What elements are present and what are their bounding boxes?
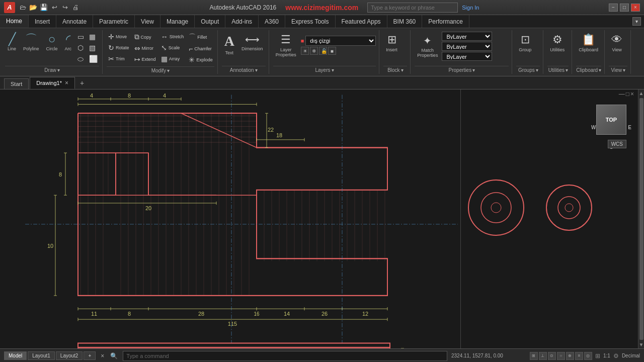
utilities-button[interactable]: ⚙ Utilities — [547, 32, 567, 54]
gradient-button[interactable]: ▧ — [88, 43, 99, 53]
layer-lock-button[interactable]: 🔓 — [319, 47, 327, 55]
tab-manage[interactable]: Manage — [160, 15, 195, 28]
open-button[interactable]: 📂 — [29, 3, 38, 12]
new-file-button[interactable]: 🗁 — [18, 3, 27, 12]
layer-freeze-button[interactable]: ❄ — [310, 47, 318, 55]
hatch-button[interactable]: ▦ — [88, 32, 99, 42]
insert-button[interactable]: ⊞ Insert — [383, 32, 400, 54]
line-button[interactable]: ╱ Line — [5, 32, 19, 53]
snap-osnap-icon[interactable]: ○ — [557, 352, 565, 360]
drawing-canvas[interactable]: 4 8 4 8 10 22 18 20 11 8 28 16 14 26 12 … — [0, 89, 460, 348]
tab-output[interactable]: Output — [195, 15, 225, 28]
tab-express[interactable]: Express Tools — [285, 15, 335, 28]
workspace-switch-icon[interactable]: ⚙ — [613, 352, 619, 359]
minimize-button[interactable]: − — [609, 4, 618, 12]
layer-dropdown[interactable]: dış çizgi — [305, 36, 376, 46]
signin-label[interactable]: Sign In — [462, 5, 479, 11]
draw-group-label[interactable]: Draw ▾ — [5, 66, 99, 74]
tab-featured[interactable]: Featured Apps — [336, 15, 387, 28]
stretch-button[interactable]: ↔Stretch — [159, 32, 186, 42]
layout2-tab[interactable]: Layout2 — [56, 351, 83, 360]
layers-group-label[interactable]: Layers ▾ — [273, 66, 376, 74]
circle-button[interactable]: ○ Circle — [44, 32, 60, 53]
ellipse-button[interactable]: ⬭ — [76, 54, 86, 64]
layer-on-off-button[interactable]: ☀ — [301, 47, 309, 55]
group-button[interactable]: ⊡ Group — [516, 32, 534, 54]
match-properties-button[interactable]: ✦ MatchProperties — [415, 33, 440, 59]
snap-polar-icon[interactable]: ⊙ — [548, 352, 556, 360]
explode-button[interactable]: ✳Explode — [187, 55, 214, 65]
panel-restore-button[interactable]: □ — [626, 90, 629, 98]
command-input[interactable]: Type a command — [123, 351, 447, 361]
snap-transparency-icon[interactable]: ◎ — [584, 352, 592, 360]
tab-annotate[interactable]: Annotate — [56, 15, 93, 28]
arc-button[interactable]: ◜ Arc — [62, 32, 74, 53]
layer-color-button[interactable]: ■ — [328, 47, 336, 55]
model-tab[interactable]: Model — [4, 351, 27, 360]
array-button[interactable]: ▦Array — [159, 54, 186, 64]
scroll-up-arrow[interactable]: ▲ — [638, 89, 644, 97]
tab-parametric[interactable]: Parametric — [93, 15, 135, 28]
copy-button[interactable]: ⧉Copy — [133, 32, 157, 42]
snap-grid-icon[interactable]: ⊞ — [530, 352, 538, 360]
layer-properties-button[interactable]: ☰ LayerProperties — [273, 32, 299, 59]
rotate-button[interactable]: ↻Rotate — [107, 43, 131, 53]
rectangle-button[interactable]: ▭ — [76, 32, 86, 42]
tab-a360[interactable]: A360 — [259, 15, 285, 28]
properties-group-label[interactable]: Properties ▾ — [415, 66, 509, 74]
new-tab-button[interactable]: + — [76, 77, 88, 89]
panel-close-button[interactable]: × — [630, 90, 634, 98]
viewcube[interactable]: N S E W TOP — [591, 97, 631, 137]
tab-insert[interactable]: Insert — [29, 15, 56, 28]
print-button[interactable]: 🖨 — [71, 3, 80, 12]
groups-group-label[interactable]: Groups ▾ — [516, 66, 540, 74]
snap-lineweight-icon[interactable]: ≡ — [575, 352, 583, 360]
annotation-group-label[interactable]: Annotation ▾ — [222, 66, 266, 74]
block-group-label[interactable]: Block ▾ — [383, 66, 407, 74]
layout1-tab[interactable]: Layout1 — [28, 351, 55, 360]
polygon-button[interactable]: ⬡ — [76, 43, 86, 53]
units-display[interactable]: Decimal — [622, 353, 640, 358]
mirror-button[interactable]: ⇔Mirror — [133, 43, 157, 53]
text-button[interactable]: A Text — [222, 32, 237, 57]
scroll-thumb[interactable] — [639, 98, 643, 340]
viewcube-face[interactable]: TOP — [596, 105, 626, 135]
polyline-button[interactable]: ⌒ Polyline — [21, 32, 42, 53]
close-button[interactable]: × — [631, 4, 640, 12]
workspace-button[interactable]: ▾ — [632, 17, 641, 26]
dimension-button[interactable]: ⟷ Dimension — [239, 32, 266, 53]
panel-minimize-button[interactable]: — — [619, 90, 625, 98]
scroll-down-arrow[interactable]: ▼ — [638, 341, 644, 348]
save-button[interactable]: 💾 — [39, 3, 48, 12]
tab-bim360[interactable]: BIM 360 — [387, 15, 423, 28]
clipboard-button[interactable]: 📋 Clipboard — [576, 32, 601, 54]
view-group-label[interactable]: View ▾ — [609, 66, 627, 74]
scale-button[interactable]: ⤡Scale — [159, 43, 186, 53]
tab-drawing1-close[interactable]: × — [65, 79, 68, 86]
snap-ortho-icon[interactable]: ⊥ — [539, 352, 547, 360]
extend-button[interactable]: ↦Extend — [133, 54, 157, 64]
command-search-button[interactable]: 🔍 — [109, 351, 119, 360]
redo-button[interactable]: ↪ — [60, 3, 69, 12]
tab-view[interactable]: View — [135, 15, 160, 28]
color-dropdown[interactable]: ByLayer — [442, 32, 492, 41]
modify-group-label[interactable]: Modify ▾ — [107, 66, 214, 74]
wcs-label[interactable]: WCS — [608, 140, 626, 148]
add-layout-button[interactable]: + — [84, 351, 96, 360]
utilities-group-label[interactable]: Utilities ▾ — [547, 66, 569, 74]
clipboard-group-label[interactable]: Clipboard ▾ — [576, 66, 601, 74]
tab-drawing1[interactable]: Drawing1* × — [30, 77, 75, 89]
move-button[interactable]: ✛Move — [107, 32, 131, 42]
trim-button[interactable]: ✂Trim — [107, 54, 131, 64]
search-input[interactable] — [367, 3, 458, 13]
annotate-scale-icon[interactable]: ⊞ — [595, 352, 600, 359]
undo-button[interactable]: ↩ — [50, 3, 59, 12]
tab-start[interactable]: Start — [4, 78, 29, 89]
scale-display[interactable]: 1:1 — [603, 353, 610, 358]
snap-dynamic-icon[interactable]: ⊕ — [566, 352, 574, 360]
linetype-dropdown[interactable]: ByLayer — [442, 42, 492, 51]
command-cancel-button[interactable]: × — [100, 351, 105, 360]
fillet-button[interactable]: ⌒Fillet — [187, 32, 214, 43]
lineweight-dropdown[interactable]: ByLayer — [442, 52, 492, 61]
tab-home[interactable]: Home — [0, 15, 29, 28]
